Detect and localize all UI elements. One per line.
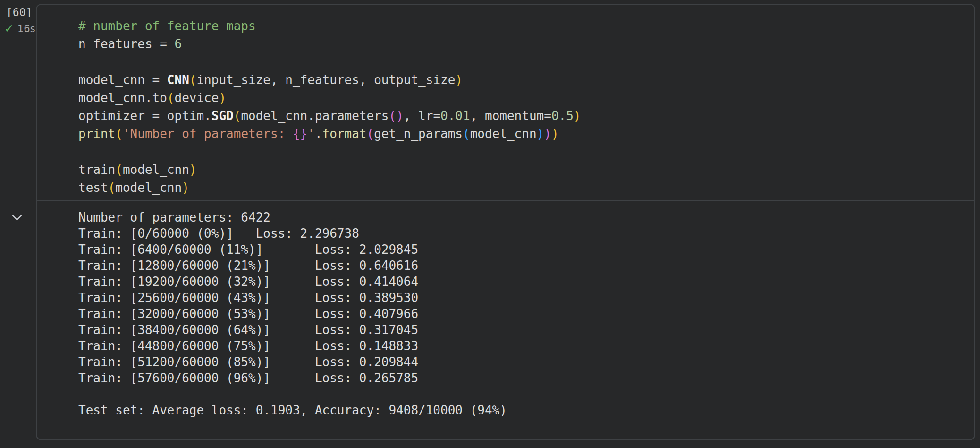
code-token: ) <box>455 73 463 87</box>
code-token: ( <box>108 181 116 195</box>
code-token: format <box>322 127 367 141</box>
code-token: 0.5 <box>551 109 574 123</box>
code-token: model_cnn <box>115 181 182 195</box>
code-token: 'Number of parameters: <box>123 127 293 141</box>
code-token: n_features = <box>78 37 175 51</box>
code-token: ( <box>463 127 470 141</box>
code-token: ) <box>574 109 581 123</box>
notebook-cell: # number of feature mapsn_features = 6 m… <box>36 4 975 440</box>
code-token: ( <box>189 73 197 87</box>
code-token: SGD <box>211 109 234 123</box>
code-token: train <box>78 163 115 177</box>
code-token: ( <box>234 109 241 123</box>
code-token: model_cnn <box>123 163 189 177</box>
code-token: optimizer = optim. <box>78 109 211 123</box>
code-line: # number of feature maps <box>78 17 965 35</box>
code-token: CNN <box>167 73 189 87</box>
code-token: ' <box>307 127 315 141</box>
code-line <box>78 143 965 161</box>
code-line <box>78 53 965 71</box>
code-output-divider <box>37 200 974 201</box>
code-line: print('Number of parameters: {}'.format(… <box>78 125 965 143</box>
code-token: , momentum= <box>470 109 551 123</box>
cell-output: Number of parameters: 6422 Train: [0/600… <box>78 209 965 418</box>
code-token: input_size, n_features, output_size <box>196 73 455 87</box>
code-token: ) <box>551 127 559 141</box>
code-token: test <box>78 181 108 195</box>
code-token: model_cnn = <box>78 73 167 87</box>
code-token: . <box>315 127 322 141</box>
code-token: ) <box>544 127 551 141</box>
cell-status: ✓ 16s <box>4 23 35 34</box>
code-token: ) <box>182 181 189 195</box>
code-token: model_cnn.to <box>78 91 167 105</box>
code-token: device <box>175 91 219 105</box>
code-line: train(model_cnn) <box>78 161 965 179</box>
code-token: ) <box>219 91 226 105</box>
code-token: ( <box>389 109 396 123</box>
code-token: ( <box>167 91 175 105</box>
code-line: optimizer = optim.SGD(model_cnn.paramete… <box>78 107 965 125</box>
success-check-icon: ✓ <box>4 23 14 34</box>
execution-duration: 16s <box>17 23 35 34</box>
code-token: ( <box>115 163 123 177</box>
code-token: get_n_params <box>374 127 463 141</box>
collapse-output-button[interactable] <box>10 211 24 224</box>
code-token: ( <box>115 127 123 141</box>
execution-count: [60] <box>6 6 32 18</box>
code-line: n_features = 6 <box>78 35 965 53</box>
code-editor[interactable]: # number of feature mapsn_features = 6 m… <box>78 17 965 197</box>
code-token: ( <box>367 127 374 141</box>
code-token: {} <box>293 127 307 141</box>
code-token: model_cnn.parameters <box>241 109 389 123</box>
chevron-down-icon <box>11 214 23 222</box>
code-token: 6 <box>175 37 182 51</box>
code-token: ) <box>189 163 197 177</box>
code-token: print <box>78 127 115 141</box>
code-token: ) <box>396 109 404 123</box>
notebook-page: [60] ✓ 16s # number of feature mapsn_fea… <box>0 0 980 448</box>
code-line: test(model_cnn) <box>78 179 965 197</box>
code-token: 0.01 <box>440 109 470 123</box>
code-token: , lr= <box>404 109 440 123</box>
code-token: # number of feature maps <box>78 19 256 33</box>
code-token: model_cnn <box>470 127 537 141</box>
code-token: ) <box>537 127 544 141</box>
code-line: model_cnn = CNN(input_size, n_features, … <box>78 71 965 89</box>
code-line: model_cnn.to(device) <box>78 89 965 107</box>
